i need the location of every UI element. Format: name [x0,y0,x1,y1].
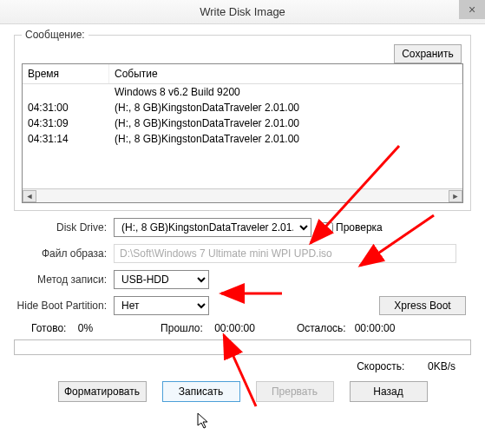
scroll-track[interactable] [36,190,449,202]
speed-info: Скорость: 0KB/s [14,360,471,372]
back-button[interactable]: Назад [350,381,428,402]
hide-boot-select[interactable]: Нет [114,296,209,315]
save-button[interactable]: Сохранить [394,44,462,63]
cell-time [23,84,109,100]
ready-label: Готово: [31,322,66,334]
label-write-method: Метод записи: [14,273,114,286]
verify-checkbox-wrap[interactable]: Проверка [318,220,383,236]
write-button[interactable]: Записать [162,381,240,402]
content-area: Сообщение: Сохранить Время Событие Windo… [0,24,485,419]
table-row: 04:31:09 (H:, 8 GB)KingstonDataTraveler … [23,115,462,131]
close-button[interactable]: × [459,0,485,19]
horizontal-scrollbar[interactable]: ◄ ► [23,188,462,202]
row-write-method: Метод записи: USB-HDD [14,270,471,289]
scroll-right-icon[interactable]: ► [449,190,462,202]
table-row: 04:31:00 (H:, 8 GB)KingstonDataTraveler … [23,100,462,115]
row-image-file: Файл образа: [14,244,471,263]
remain-value: 00:00:00 [355,322,396,334]
progress-bar [14,339,471,355]
image-file-input[interactable] [114,244,456,263]
remain-label: Осталось: [297,322,346,334]
button-row: Форматировать Записать Прервать Назад [14,381,471,411]
label-image-file: Файл образа: [14,247,114,260]
scroll-left-icon[interactable]: ◄ [23,190,36,202]
messages-legend: Сообщение: [22,29,88,41]
verify-checkbox[interactable] [322,222,333,234]
cell-time: 04:31:00 [23,100,109,115]
header-event: Событие [109,64,462,83]
cell-time: 04:31:09 [23,115,109,131]
log-body: Windows 8 v6.2 Build 9200 04:31:00 (H:, … [23,84,462,188]
speed-value: 0KB/s [428,360,456,372]
cell-event: (H:, 8 GB)KingstonDataTraveler 2.01.00 [109,115,462,131]
cell-event: (H:, 8 GB)KingstonDataTraveler 2.01.00 [109,100,462,115]
log-table: Время Событие Windows 8 v6.2 Build 9200 … [22,63,463,203]
cell-time: 04:31:14 [23,131,109,147]
label-hide-boot: Hide Boot Partition: [14,300,114,312]
messages-fieldset: Сообщение: Сохранить Время Событие Windo… [14,35,471,211]
elapsed-value: 00:00:00 [214,322,255,334]
label-disk-drive: Disk Drive: [14,221,114,234]
elapsed-label: Прошло: [161,322,203,334]
table-row: Windows 8 v6.2 Build 9200 [23,84,462,100]
titlebar: Write Disk Image × [0,0,485,24]
verify-label: Проверка [336,221,383,234]
xpress-boot-button[interactable]: Xpress Boot [379,296,466,315]
log-header: Время Событие [23,64,462,84]
window-title: Write Disk Image [200,5,285,18]
progress-info: Готово: 0% Прошло: 00:00:00 Осталось: 00… [14,322,471,334]
abort-button: Прервать [256,381,334,402]
disk-drive-select[interactable]: (H:, 8 GB)KingstonDataTraveler 2.01.00 [114,218,311,237]
cell-event: (H:, 8 GB)KingstonDataTraveler 2.01.00 [109,131,462,147]
speed-label: Скорость: [357,360,404,372]
header-time: Время [23,64,109,83]
ready-value: 0% [78,322,93,334]
table-row: 04:31:14 (H:, 8 GB)KingstonDataTraveler … [23,131,462,147]
cell-event: Windows 8 v6.2 Build 9200 [109,84,462,100]
row-hide-boot: Hide Boot Partition: Нет Xpress Boot [14,296,471,315]
write-method-select[interactable]: USB-HDD [114,270,209,289]
format-button[interactable]: Форматировать [58,381,147,402]
row-disk-drive: Disk Drive: (H:, 8 GB)KingstonDataTravel… [14,218,471,237]
